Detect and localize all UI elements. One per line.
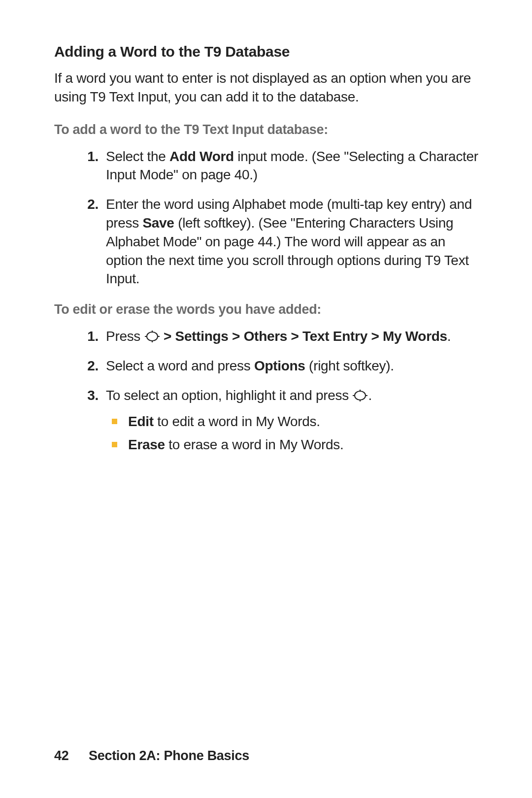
step-number: 1. xyxy=(74,327,99,346)
step-text: Select a word and press xyxy=(106,358,254,373)
step-1: 1. Press > Settings > Others > Text Entr… xyxy=(54,327,483,346)
page-footer: 42Section 2A: Phone Basics xyxy=(54,748,249,764)
intro-paragraph: If a word you want to enter is not displ… xyxy=(54,69,483,106)
section-label: Section 2A: Phone Basics xyxy=(89,748,249,763)
sub-option-erase: Erase to erase a word in My Words. xyxy=(106,435,483,454)
svg-point-5 xyxy=(355,391,366,400)
manual-page: Adding a Word to the T9 Database If a wo… xyxy=(0,0,532,798)
subhead-add-word: To add a word to the T9 Text Input datab… xyxy=(54,122,483,137)
nav-key-icon xyxy=(353,390,367,401)
step-1: 1. Select the Add Word input mode. (See … xyxy=(54,147,483,185)
step-number: 2. xyxy=(74,195,99,214)
step-text: (right softkey). xyxy=(305,358,394,373)
edit-erase-steps: 1. Press > Settings > Others > Text Entr… xyxy=(54,327,483,454)
step-text: . xyxy=(368,388,371,403)
step-bold: > Settings > Others > Text Entry > My Wo… xyxy=(160,329,447,344)
step-bold: Save xyxy=(142,215,174,231)
sub-text: to edit a word in My Words. xyxy=(154,414,320,429)
step-3: 3. To select an option, highlight it and… xyxy=(54,386,483,454)
step-number: 3. xyxy=(74,386,99,405)
step-text: Select the xyxy=(106,149,169,164)
svg-point-0 xyxy=(147,332,158,341)
sub-option-edit: Edit to edit a word in My Words. xyxy=(106,412,483,431)
sub-text: to erase a word in My Words. xyxy=(165,437,344,452)
nav-key-icon xyxy=(145,331,160,342)
step-2: 2. Select a word and press Options (righ… xyxy=(54,357,483,375)
page-number: 42 xyxy=(54,748,89,764)
page-title: Adding a Word to the T9 Database xyxy=(54,43,483,60)
step-bold: Options xyxy=(254,358,305,373)
step-text: . xyxy=(447,329,451,344)
step-2: 2. Enter the word using Alphabet mode (m… xyxy=(54,195,483,288)
step-bold: Add Word xyxy=(169,149,234,164)
step-text: To select an option, highlight it and pr… xyxy=(106,388,352,403)
sub-bold: Erase xyxy=(128,437,165,452)
step-text: Press xyxy=(106,329,144,344)
step-number: 1. xyxy=(74,147,99,166)
sub-options: Edit to edit a word in My Words. Erase t… xyxy=(106,412,483,454)
sub-bold: Edit xyxy=(128,414,154,429)
step-number: 2. xyxy=(74,357,99,375)
subhead-edit-erase: To edit or erase the words you have adde… xyxy=(54,302,483,317)
add-word-steps: 1. Select the Add Word input mode. (See … xyxy=(54,147,483,289)
